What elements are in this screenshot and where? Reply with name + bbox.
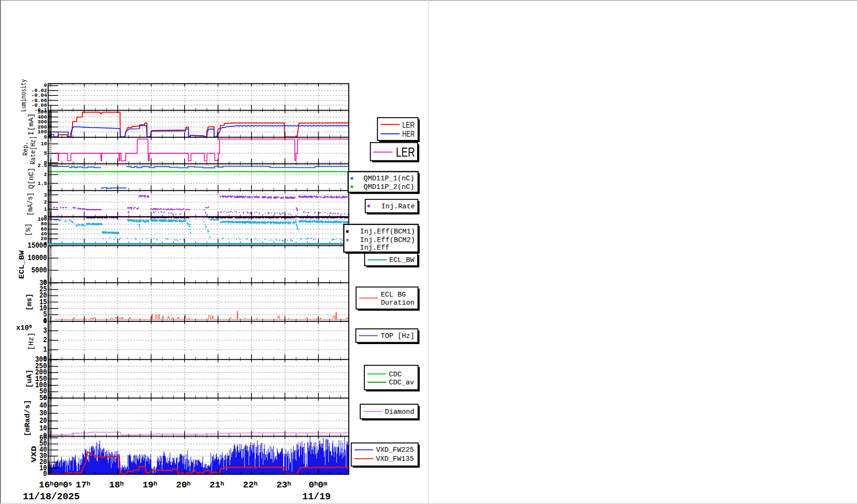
- svg-text:4: 4: [43, 317, 47, 326]
- svg-text:Inj.Eff(BCM1): Inj.Eff(BCM1): [360, 228, 415, 235]
- svg-text:10000: 10000: [28, 254, 47, 262]
- svg-text:11/18/2025: 11/18/2025: [23, 491, 80, 502]
- svg-text:Luminosity: Luminosity: [20, 79, 28, 112]
- svg-text:QMD11P_2(nC): QMD11P_2(nC): [363, 183, 414, 191]
- svg-text:2: 2: [44, 199, 47, 205]
- svg-text:Diamond: Diamond: [385, 408, 414, 416]
- svg-text:I[mA]: I[mA]: [28, 113, 35, 136]
- svg-text:VXD: VXD: [30, 446, 38, 463]
- svg-text:2.5: 2.5: [37, 163, 47, 168]
- svg-text:[ms]: [ms]: [26, 294, 34, 311]
- svg-text:5: 5: [44, 150, 47, 156]
- svg-text:[%]: [%]: [25, 224, 32, 236]
- svg-text:[mRad/s]: [mRad/s]: [24, 400, 32, 437]
- svg-text:[Hz]: [Hz]: [28, 333, 36, 350]
- svg-text:ECL_BW: ECL_BW: [18, 251, 26, 279]
- svg-text:11/19: 11/19: [302, 491, 331, 502]
- svg-text:0: 0: [43, 470, 47, 478]
- svg-text:Q[nC]: Q[nC]: [28, 168, 35, 189]
- svg-text:1: 1: [44, 206, 47, 212]
- svg-text:HER: HER: [402, 130, 415, 138]
- svg-text:15000: 15000: [28, 242, 47, 250]
- svg-text:3: 3: [44, 192, 47, 198]
- svg-text:0: 0: [44, 134, 47, 140]
- svg-text:Rate[Hz]: Rate[Hz]: [29, 136, 37, 165]
- svg-text:16h0m0s: 16h0m0s: [39, 480, 72, 490]
- svg-text:VXD_FW225: VXD_FW225: [376, 446, 414, 454]
- svg-text:Duration: Duration: [381, 299, 414, 307]
- svg-text:Rep.: Rep.: [22, 141, 29, 156]
- svg-text:5000: 5000: [31, 266, 47, 275]
- svg-text:ECL BG: ECL BG: [381, 291, 406, 299]
- svg-text:QMD11P_1(nC): QMD11P_1(nC): [363, 175, 414, 182]
- svg-text:2: 2: [43, 336, 47, 345]
- svg-text:1.5: 1.5: [37, 181, 47, 187]
- svg-text:VXD_FW135: VXD_FW135: [376, 455, 414, 463]
- svg-text:CDC: CDC: [389, 371, 402, 378]
- svg-text:ECL_BW: ECL_BW: [389, 256, 414, 264]
- svg-text:CDC_av: CDC_av: [389, 379, 414, 386]
- svg-text:Inj.Eff: Inj.Eff: [360, 244, 390, 252]
- svg-text:Inj.Eff(BCM2): Inj.Eff(BCM2): [360, 236, 415, 244]
- svg-text:[mA/s]: [mA/s]: [27, 193, 34, 216]
- svg-text:[uA]: [uA]: [26, 370, 34, 388]
- svg-text:2: 2: [44, 172, 47, 177]
- svg-text:10: 10: [41, 141, 47, 147]
- svg-text:1: 1: [43, 345, 47, 354]
- svg-text:TOP [Hz]: TOP [Hz]: [381, 332, 414, 340]
- svg-text:LER: LER: [402, 121, 415, 129]
- svg-text:3: 3: [43, 327, 47, 335]
- svg-text:Inj.Rate: Inj.Rate: [382, 203, 415, 210]
- svg-text:LER: LER: [396, 145, 415, 159]
